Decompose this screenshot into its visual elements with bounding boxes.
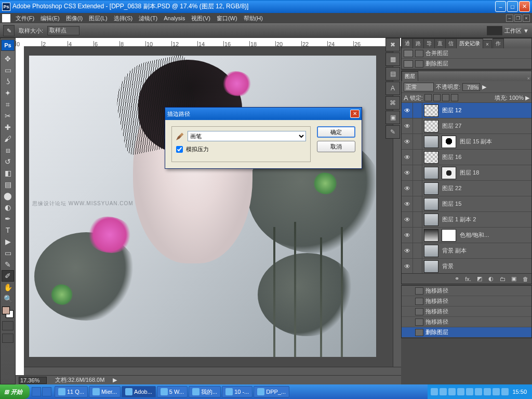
collapsed-tab-7[interactable]: ✎ [385, 125, 400, 139]
doc-close-button[interactable]: × [523, 15, 530, 22]
eyedropper-tool[interactable]: ✐ [2, 270, 14, 282]
layer-mask-icon[interactable]: ◩ [475, 275, 484, 282]
menu-window[interactable]: 窗口(W) [214, 15, 241, 22]
hist-tab-4[interactable]: 信 [445, 38, 457, 48]
canvas-viewport[interactable]: 思缘设计论坛 WWW.MISSYUAN.COM [24, 46, 401, 375]
layer-row[interactable]: 👁背景 副本 [402, 243, 531, 259]
layer-row[interactable]: 👁图层 16 [402, 150, 531, 165]
visibility-toggle[interactable]: 👁 [402, 118, 413, 134]
taskbar-button[interactable]: 11 Q... [55, 386, 88, 397]
zoom-level-field[interactable]: 17.36% [19, 377, 47, 384]
tray-icon[interactable] [440, 388, 447, 395]
hist-tab-5[interactable]: 历史记录 [456, 38, 483, 48]
layer-row[interactable]: 👁图层 15 [402, 196, 531, 212]
visibility-toggle[interactable]: 👁 [402, 228, 413, 243]
collapsed-tab-3[interactable]: ▤ [385, 67, 400, 81]
layer-group-icon[interactable]: 🗀 [498, 276, 507, 282]
canvas[interactable]: 思缘设计论坛 WWW.MISSYUAN.COM [29, 56, 376, 357]
ok-button[interactable]: 确定 [317, 126, 355, 138]
visibility-toggle[interactable]: 👁 [402, 165, 413, 180]
hand-tool[interactable]: ✋ [2, 282, 14, 293]
history-item[interactable]: 删除图层 [402, 59, 531, 69]
window-minimize-button[interactable]: – [495, 1, 506, 12]
dialog-close-button[interactable]: ✕ [350, 110, 360, 118]
new-layer-icon[interactable]: ▣ [510, 275, 518, 282]
workspace-menu[interactable]: 工作区 ▼ [504, 27, 529, 35]
statusbar-menu-arrow[interactable]: ▶ [113, 377, 117, 383]
hist-tab-6[interactable]: 作 [493, 38, 504, 48]
fill-arrow-icon[interactable]: ▶ [525, 95, 529, 101]
history-item[interactable]: 删除图层 [402, 327, 531, 338]
menu-help[interactable]: 帮助(H) [241, 15, 266, 22]
lock-all-icon[interactable] [451, 94, 458, 101]
taskbar-button[interactable]: 我的... [189, 386, 221, 397]
menu-view[interactable]: 视图(V) [188, 15, 214, 22]
layer-row[interactable]: 👁图层 22 [402, 181, 531, 196]
visibility-toggle[interactable]: 👁 [402, 103, 413, 118]
hist-tab-2[interactable]: 导 [423, 38, 435, 48]
layer-row[interactable]: 👁图层 18 [402, 165, 531, 181]
lock-pixels-icon[interactable] [433, 94, 441, 101]
menu-analysis[interactable]: Analysis [161, 15, 188, 21]
quick-launch-2[interactable] [42, 387, 51, 396]
adjustment-layer-icon[interactable]: ◐ [487, 275, 495, 282]
magic-wand-tool[interactable]: ✦ [2, 87, 14, 99]
pen-tool[interactable]: ✒ [2, 213, 14, 224]
collapsed-tab-1[interactable]: ✖ [385, 38, 400, 51]
layer-fx-icon[interactable]: fx. [464, 276, 472, 282]
collapsed-tab-4[interactable]: A [385, 82, 400, 95]
taskbar-button[interactable]: Adob... [122, 386, 156, 397]
color-swatches[interactable] [2, 307, 14, 318]
menu-filter[interactable]: 滤镜(T) [136, 15, 161, 22]
start-button[interactable]: ⊞ 开始 [0, 384, 30, 399]
history-item[interactable]: 拖移路径 [402, 317, 531, 327]
history-item[interactable]: 拖移路径 [402, 286, 531, 296]
shape-tool[interactable]: ▭ [2, 247, 14, 259]
tray-icon[interactable] [475, 388, 482, 395]
hist-tab-0[interactable]: 通 [402, 38, 413, 48]
hist-tab-3[interactable]: 直 [434, 38, 446, 48]
collapsed-tab-5[interactable]: ⌘ [385, 96, 400, 110]
history-brush-tool[interactable]: ↺ [2, 156, 14, 167]
layers-list[interactable]: 👁图层 12👁图层 27👁图层 15 副本👁图层 16👁图层 18👁图层 22👁… [402, 103, 531, 273]
blend-mode-select[interactable]: 正常 [404, 83, 434, 91]
zoom-tool[interactable]: 🔍 [2, 293, 14, 304]
history-item[interactable]: 拖移路径 [402, 307, 531, 317]
opacity-arrow-icon[interactable]: ▶ [482, 84, 486, 90]
layers-tab-close[interactable]: × [526, 76, 531, 81]
delete-layer-icon[interactable]: 🗑 [521, 276, 529, 282]
opacity-field[interactable]: 78% [462, 83, 480, 91]
cancel-button[interactable]: 取消 [317, 141, 355, 152]
layer-row[interactable]: 👁背景 [402, 259, 531, 273]
path-select-tool[interactable]: ▶ [2, 236, 14, 247]
visibility-toggle[interactable]: 👁 [402, 243, 413, 258]
doc-restore-button[interactable]: ❐ [514, 15, 522, 22]
active-tool-icon[interactable]: ✎ [3, 25, 15, 36]
tray-icon[interactable] [493, 388, 500, 395]
layer-row[interactable]: 👁图层 1 副本 2 [402, 212, 531, 228]
visibility-toggle[interactable]: 👁 [402, 259, 413, 273]
blur-tool[interactable]: ⬤ [2, 190, 14, 202]
sample-size-select[interactable]: 取样点 [47, 26, 79, 35]
tray-icon[interactable] [457, 388, 464, 395]
simulate-pressure-checkbox[interactable] [176, 146, 183, 153]
tool-select[interactable]: 画笔 [188, 131, 306, 141]
notes-tool[interactable]: ✎ [2, 259, 14, 270]
brush-tool[interactable]: 🖌 [2, 133, 14, 144]
move-tool[interactable]: ✥ [2, 53, 14, 64]
lock-transparency-icon[interactable] [424, 94, 432, 101]
hist-tab-close[interactable]: × [483, 40, 492, 48]
tray-icon[interactable] [501, 388, 509, 395]
menu-image[interactable]: 图像(I) [63, 15, 86, 22]
lock-position-icon[interactable] [442, 94, 449, 101]
layer-row[interactable]: 👁图层 12 [402, 103, 531, 118]
window-close-button[interactable]: ✕ [519, 1, 530, 12]
menu-file[interactable]: 文件(F) [12, 15, 37, 22]
history-item[interactable]: 拖移路径 [402, 296, 531, 307]
layers-tab[interactable]: 图层 [402, 71, 418, 81]
quickmask-toggle[interactable] [2, 321, 14, 330]
type-tool[interactable]: T [2, 224, 14, 236]
menu-edit[interactable]: 编辑(E) [37, 15, 63, 22]
visibility-toggle[interactable]: 👁 [402, 196, 413, 211]
marquee-tool[interactable]: ▭ [2, 64, 14, 76]
